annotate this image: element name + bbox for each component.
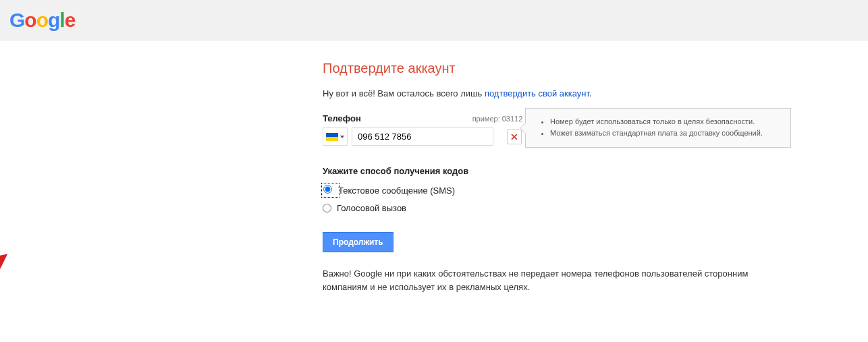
verify-account-link[interactable]: подтвердить свой аккаунт [485,88,589,98]
phone-label: Телефон [323,113,472,123]
radio-voice[interactable] [323,204,331,212]
privacy-disclaimer: Важно! Google ни при каких обстоятельств… [323,267,768,293]
phone-input[interactable] [352,127,493,146]
delivery-method-label: Укажите способ получения кодов [323,166,868,176]
google-logo: Google [9,9,75,32]
radio-sms[interactable] [323,185,332,194]
intro-text: Ну вот и всё! Вам осталось всего лишь по… [323,88,868,98]
radio-option-voice[interactable]: Голосовой вызов [323,203,868,213]
page-header: Google [0,0,868,40]
continue-button[interactable]: Продолжить [323,232,394,252]
annotation-arrow-top [0,94,10,223]
ukraine-flag-icon [326,133,338,141]
phone-info-tooltip: Номер будет использоваться только в целя… [525,108,791,148]
main-content: Подтвердите аккаунт Ну вот и всё! Вам ос… [0,40,868,293]
country-code-selector[interactable] [323,127,348,146]
chevron-down-icon [340,136,344,138]
page-title: Подтвердите аккаунт [323,61,868,76]
close-icon: ✕ [510,132,518,142]
radio-option-sms[interactable]: Текстовое сообщение (SMS) [323,184,868,196]
intro-suffix: . [589,88,592,98]
tooltip-item: Может взиматься стандартная плата за дос… [550,128,781,138]
tooltip-item: Номер будет использоваться только в целя… [550,117,781,127]
intro-prefix: Ну вот и всё! Вам осталось всего лишь [323,88,485,98]
annotation-arrow-bottom [0,250,13,293]
radio-voice-label: Голосовой вызов [337,203,406,213]
phone-section: Телефон пример: 03112 34567 ✕ Номер буде… [323,113,868,146]
radio-sms-label: Текстовое сообщение (SMS) [338,186,455,196]
